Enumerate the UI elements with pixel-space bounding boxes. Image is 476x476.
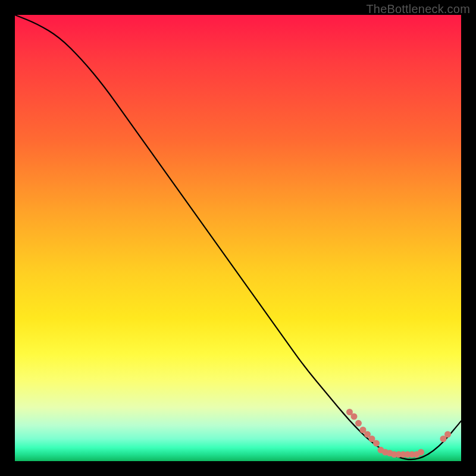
watermark-text: TheBottleneck.com bbox=[366, 2, 470, 16]
curve-svg bbox=[15, 15, 461, 461]
chart-frame: TheBottleneck.com bbox=[0, 0, 476, 476]
data-point bbox=[351, 414, 358, 420]
data-point bbox=[444, 431, 451, 438]
data-point bbox=[373, 440, 380, 447]
data-point bbox=[418, 449, 424, 456]
data-point bbox=[355, 420, 362, 427]
bottleneck-curve bbox=[15, 15, 461, 459]
plot-area bbox=[15, 15, 461, 461]
